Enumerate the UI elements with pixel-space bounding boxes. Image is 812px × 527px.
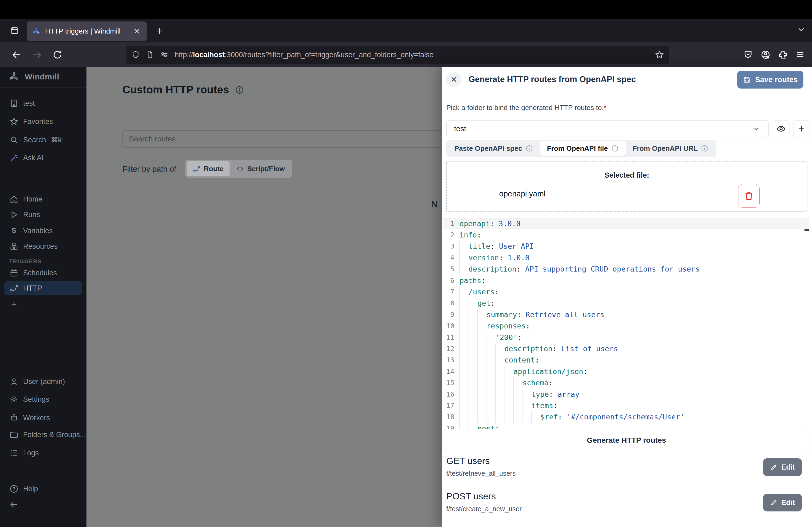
code-line-4[interactable]: 4version: 1.0.0 — [444, 252, 809, 263]
browser-tab[interactable]: HTTP triggers | Windmill ✕ — [27, 21, 147, 41]
code-line-11[interactable]: 11'200': — [444, 332, 809, 343]
code-line-9[interactable]: 9summary: Retrieve all users — [444, 309, 809, 320]
file-dropzone[interactable]: Selected file: openapi.yaml — [446, 161, 808, 212]
yaml-key: description — [505, 345, 553, 353]
forward-button[interactable] — [30, 47, 45, 62]
shield-icon[interactable] — [131, 50, 140, 59]
sidebar-item-runs[interactable]: Runs — [0, 208, 86, 221]
openapi-code-editor[interactable]: 1openapi: 3.0.02info:3title: User API4ve… — [444, 218, 809, 429]
sidebar-item-folders-groups[interactable]: Folders & Groups... — [0, 428, 86, 441]
code-line-18[interactable]: 18$ref: '#/components/schemas/User' — [444, 411, 809, 423]
code-line-14[interactable]: 14application/json: — [444, 366, 809, 377]
sidebar-item-test[interactable]: test — [0, 96, 86, 110]
edit-route-button[interactable]: Edit — [763, 458, 802, 476]
sidebar-collapse-button[interactable] — [0, 498, 86, 511]
line-number: 2 — [444, 231, 454, 239]
url-bar[interactable]: http://localhost:3000/routes?filter_path… — [127, 46, 669, 64]
view-folder-button[interactable] — [773, 120, 789, 137]
sidebar-item-user-admin[interactable]: User (admin) — [0, 375, 86, 388]
windmill-logo[interactable]: Windmill — [8, 70, 59, 83]
line-number: 6 — [444, 277, 454, 284]
help-icon: ? — [9, 484, 19, 494]
sidebar-add-button[interactable]: + — [0, 297, 86, 311]
back-button[interactable] — [9, 47, 24, 62]
filter-option-script-flow[interactable]: Script/Flow — [230, 161, 291, 176]
sidebar-item-help[interactable]: ?Help — [0, 482, 86, 496]
sidebar-item-resources[interactable]: Resources — [0, 240, 86, 253]
sidebar-item-home[interactable]: Home — [0, 192, 86, 206]
code-line-1[interactable]: 1openapi: 3.0.0 — [444, 218, 809, 229]
save-routes-button[interactable]: Save routes — [737, 71, 803, 89]
info-icon — [611, 145, 619, 152]
sidebar-item-ask-ai[interactable]: Ask AI — [0, 151, 86, 165]
sidebar-divider — [0, 87, 86, 88]
edit-route-button[interactable]: Edit — [763, 494, 802, 511]
code-line-10[interactable]: 10responses: — [444, 320, 809, 332]
filter-option-route[interactable]: Route — [187, 161, 230, 176]
yaml-colon: : — [552, 345, 557, 353]
code-line-12[interactable]: 12description: List of users — [444, 343, 809, 354]
sidebar-item-search[interactable]: Search⌘k — [0, 133, 86, 147]
sidebar-item-schedules[interactable]: Schedules — [0, 266, 86, 280]
code-line-6[interactable]: 6paths: — [444, 275, 809, 286]
url-text[interactable]: http://localhost:3000/routes?filter_path… — [175, 51, 650, 59]
add-folder-button[interactable] — [793, 120, 810, 137]
sidebar-item-settings[interactable]: Settings — [0, 393, 86, 406]
code-line-17[interactable]: 17items: — [444, 400, 809, 411]
generate-routes-button[interactable]: Generate HTTP routes — [444, 431, 809, 450]
line-number: 11 — [444, 333, 454, 341]
tab-from-openapi-url[interactable]: From OpenAPI URL — [626, 141, 715, 156]
yaml-colon: : — [583, 367, 588, 376]
remove-file-button[interactable] — [738, 184, 760, 208]
code-line-13[interactable]: 13content: — [444, 355, 809, 366]
page-info-icon[interactable] — [146, 51, 154, 59]
tab-close-icon[interactable]: ✕ — [132, 27, 142, 36]
menu-hamburger-icon[interactable] — [795, 50, 805, 60]
line-number: 9 — [444, 311, 454, 318]
tab-from-openapi-file[interactable]: From OpenAPI file — [540, 141, 626, 156]
edit-button-label: Edit — [781, 463, 795, 471]
sidebar-item-variables[interactable]: $Variables — [0, 224, 86, 238]
yaml-value: API supporting CRUD operations for users — [521, 265, 700, 273]
yaml-value: 1.0.0 — [504, 254, 530, 262]
close-icon[interactable]: ✕ — [446, 72, 461, 87]
code-line-19[interactable]: 19post: — [444, 423, 809, 429]
info-icon — [701, 145, 708, 152]
permissions-icon[interactable] — [160, 50, 169, 59]
reload-button[interactable] — [50, 47, 65, 62]
yaml-value: Retrieve all users — [521, 311, 605, 319]
line-number: 13 — [444, 356, 454, 364]
browser-sidebar-toggle-icon[interactable] — [7, 23, 22, 38]
search-input[interactable]: Search routes — [122, 131, 463, 148]
sidebar-item-workers[interactable]: Workers — [0, 411, 86, 424]
line-number: 16 — [444, 390, 454, 398]
yaml-key: schema — [523, 379, 549, 387]
sidebar-item-logs[interactable]: Logs — [0, 446, 86, 460]
tab-paste-openapi-spec[interactable]: Paste OpenAPI spec — [447, 141, 540, 156]
browser-tabstrip: HTTP triggers | Windmill ✕ + — [0, 19, 812, 42]
new-tab-button[interactable]: + — [152, 24, 167, 39]
info-icon[interactable] — [235, 85, 244, 94]
line-number: 14 — [444, 367, 454, 375]
sidebar: Windmill testFavoritesSearch⌘kAsk AIHome… — [0, 67, 86, 527]
code-line-8[interactable]: 8get: — [444, 298, 809, 309]
code-line-7[interactable]: 7/users: — [444, 286, 809, 297]
yaml-colon: : — [549, 390, 553, 398]
list-all-tabs-icon[interactable] — [796, 25, 806, 34]
play-icon — [9, 210, 19, 220]
bookmark-star-icon[interactable] — [655, 50, 664, 59]
folder-select[interactable]: test — [446, 120, 768, 137]
yaml-key: application/json — [513, 367, 583, 376]
code-line-2[interactable]: 2info: — [444, 229, 809, 240]
folder-icon — [9, 430, 19, 439]
sidebar-item-http[interactable]: HTTP — [4, 281, 82, 295]
yaml-key: '200' — [495, 333, 517, 342]
code-line-15[interactable]: 15schema: — [444, 377, 809, 388]
code-line-3[interactable]: 3title: User API — [444, 241, 809, 252]
code-line-5[interactable]: 5description: API supporting CRUD operat… — [444, 264, 809, 275]
code-line-16[interactable]: 16type: array — [444, 389, 809, 400]
account-icon[interactable] — [760, 50, 771, 60]
sidebar-item-favorites[interactable]: Favorites — [0, 115, 86, 128]
pocket-icon[interactable] — [743, 50, 753, 60]
extensions-puzzle-icon[interactable] — [778, 50, 788, 60]
